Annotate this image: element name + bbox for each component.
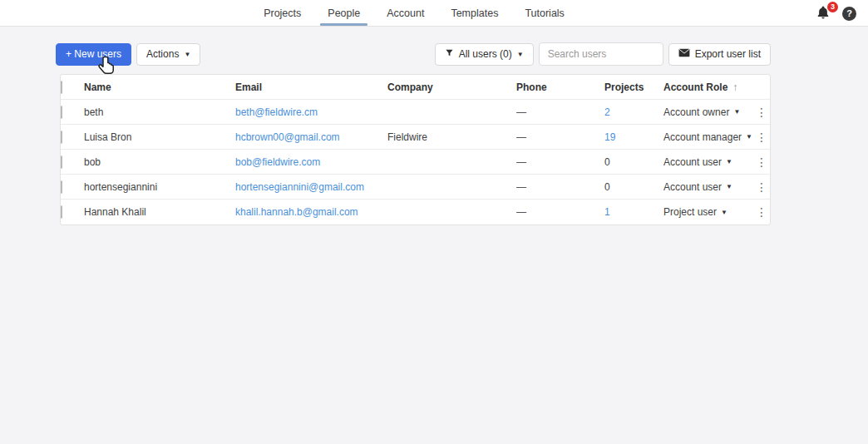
user-projects-count[interactable]: 1 — [604, 206, 610, 218]
account-role-label: Account Role — [663, 81, 727, 93]
user-projects-count[interactable]: 19 — [604, 131, 615, 143]
row-menu-kebab-icon[interactable]: ⋮ — [756, 206, 767, 218]
chevron-down-icon: ▼ — [746, 133, 752, 141]
users-toolbar: + New users Actions ▼ All users (0) ▼ — [56, 42, 771, 66]
account-role-dropdown[interactable]: Account owner▼ — [663, 106, 747, 118]
user-company: Fieldwire — [387, 131, 516, 143]
row-checkbox[interactable] — [61, 155, 62, 169]
new-users-label: + New users — [66, 48, 121, 60]
row-checkbox[interactable] — [61, 131, 62, 144]
row-menu-kebab-icon[interactable]: ⋮ — [756, 156, 767, 168]
chevron-down-icon: ▼ — [517, 51, 524, 58]
header-email[interactable]: Email — [235, 81, 387, 93]
user-name: Luisa Bron — [84, 131, 235, 143]
user-phone: — — [516, 181, 604, 193]
nav-tabs: Projects People Account Templates Tutori… — [256, 0, 572, 26]
row-checkbox[interactable] — [61, 205, 62, 219]
account-role-dropdown[interactable]: Account user▼ — [663, 156, 747, 168]
nav-tab-tutorials[interactable]: Tutorials — [517, 0, 571, 26]
user-email-link[interactable]: beth@fieldwire.cm — [235, 106, 318, 118]
user-name: hortensegiannini — [84, 181, 235, 193]
actions-label: Actions — [146, 48, 179, 60]
filter-users-button[interactable]: All users (0) ▼ — [435, 43, 534, 66]
toolbar-right: All users (0) ▼ Export user list — [435, 42, 771, 66]
user-email-link[interactable]: khalil.hannah.b@gmail.com — [235, 206, 358, 218]
table-row: bob bob@fieldwire.com — 0 Account user▼ … — [61, 150, 770, 175]
header-projects[interactable]: Projects — [604, 81, 663, 93]
chevron-down-icon: ▼ — [184, 51, 190, 58]
user-phone: — — [516, 156, 604, 168]
row-menu-kebab-icon[interactable]: ⋮ — [756, 106, 767, 118]
export-user-list-button[interactable]: Export user list — [668, 43, 771, 66]
select-all-checkbox[interactable] — [61, 81, 62, 94]
search-input[interactable] — [539, 42, 663, 66]
user-name: beth — [84, 106, 235, 118]
account-role-dropdown[interactable]: Account user▼ — [663, 181, 747, 193]
user-name: bob — [84, 156, 235, 168]
user-projects-count: 0 — [604, 181, 610, 193]
filter-label: All users (0) — [459, 48, 512, 60]
user-projects-count[interactable]: 2 — [604, 106, 610, 118]
chevron-down-icon: ▼ — [721, 209, 727, 216]
actions-button[interactable]: Actions ▼ — [136, 43, 200, 66]
chevron-down-icon: ▼ — [726, 183, 732, 190]
user-email-link[interactable]: bob@fieldwire.com — [235, 156, 320, 168]
row-menu-kebab-icon[interactable]: ⋮ — [756, 181, 767, 193]
user-phone: — — [516, 206, 604, 218]
table-body: beth beth@fieldwire.cm — 2 Account owner… — [61, 100, 770, 224]
row-checkbox[interactable] — [61, 106, 62, 119]
user-projects-count: 0 — [604, 156, 610, 168]
notification-badge: 3 — [827, 2, 838, 12]
toolbar-left: + New users Actions ▼ — [56, 43, 200, 66]
chevron-down-icon: ▼ — [733, 108, 740, 116]
export-label: Export user list — [695, 48, 761, 60]
nav-tab-account[interactable]: Account — [379, 0, 432, 26]
user-phone: — — [516, 131, 604, 143]
chevron-down-icon: ▼ — [726, 158, 732, 165]
user-name: Hannah Khalil — [84, 206, 235, 218]
question-mark-icon: ? — [846, 8, 852, 18]
table-row: Hannah Khalil khalil.hannah.b@gmail.com … — [61, 200, 770, 224]
table-row: hortensegiannini hortensegiannini@gmail.… — [61, 175, 770, 200]
header-name[interactable]: Name — [84, 81, 235, 93]
envelope-icon — [678, 48, 690, 60]
table-header-row: Name Email Company Phone Projects Accoun… — [61, 75, 770, 100]
topbar-actions: 3 ? — [816, 0, 856, 27]
user-phone: — — [516, 106, 604, 118]
nav-tab-people[interactable]: People — [320, 0, 367, 26]
header-phone[interactable]: Phone — [516, 81, 604, 93]
top-navigation-bar: Projects People Account Templates Tutori… — [0, 0, 868, 27]
account-role-dropdown[interactable]: Account manager▼ — [663, 131, 747, 143]
row-menu-kebab-icon[interactable]: ⋮ — [756, 131, 767, 143]
user-email-link[interactable]: hortensegiannini@gmail.com — [235, 181, 364, 193]
filter-funnel-icon — [445, 48, 454, 60]
table-row: Luisa Bron hcbrown00@gmail.com Fieldwire… — [61, 125, 770, 150]
help-button[interactable]: ? — [842, 7, 856, 21]
user-email-link[interactable]: hcbrown00@gmail.com — [235, 131, 340, 143]
new-users-button[interactable]: + New users — [56, 43, 131, 66]
header-account-role[interactable]: Account Role↑ — [663, 81, 753, 93]
header-company[interactable]: Company — [387, 81, 516, 93]
nav-tab-projects[interactable]: Projects — [256, 0, 308, 26]
notifications-button[interactable]: 3 — [816, 5, 832, 22]
nav-tab-templates[interactable]: Templates — [443, 0, 506, 26]
row-checkbox[interactable] — [61, 180, 62, 194]
account-role-dropdown[interactable]: Project user▼ — [663, 206, 747, 218]
sort-ascending-icon: ↑ — [732, 81, 737, 93]
table-row: beth beth@fieldwire.cm — 2 Account owner… — [61, 100, 770, 125]
users-table: Name Email Company Phone Projects Accoun… — [60, 74, 771, 225]
